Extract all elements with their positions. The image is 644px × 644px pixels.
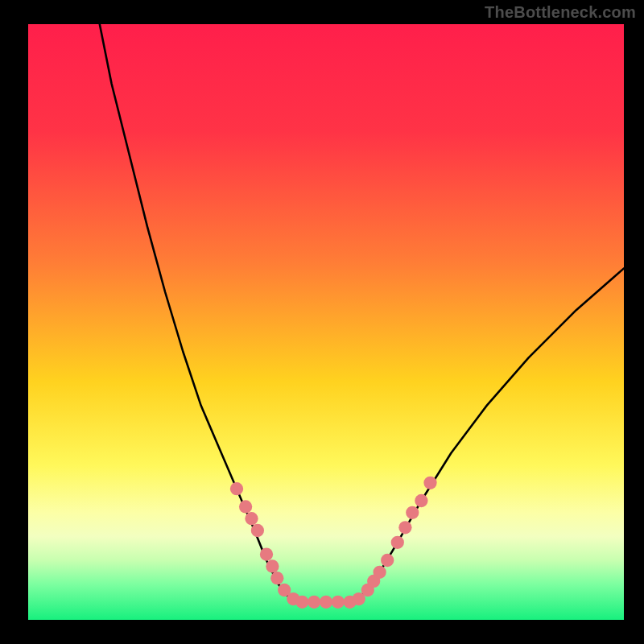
watermark: TheBottleneck.com bbox=[485, 3, 636, 22]
plot-svg bbox=[28, 24, 624, 620]
data-marker bbox=[391, 536, 404, 549]
chart-frame: TheBottleneck.com bbox=[0, 0, 644, 644]
data-marker bbox=[320, 596, 332, 609]
data-marker bbox=[245, 512, 258, 525]
data-marker bbox=[415, 494, 427, 507]
data-marker bbox=[423, 477, 436, 489]
data-marker bbox=[230, 482, 243, 495]
data-marker bbox=[381, 554, 394, 567]
data-marker bbox=[308, 596, 320, 609]
data-marker bbox=[270, 572, 283, 584]
gradient-background bbox=[28, 24, 624, 620]
data-marker bbox=[251, 524, 264, 537]
data-marker bbox=[295, 596, 308, 609]
data-marker bbox=[260, 547, 273, 560]
data-marker bbox=[406, 506, 419, 519]
data-marker bbox=[239, 500, 252, 513]
plot-area bbox=[28, 24, 624, 620]
data-marker bbox=[373, 566, 386, 579]
data-marker bbox=[266, 559, 279, 572]
data-marker bbox=[332, 596, 345, 609]
data-marker bbox=[398, 521, 411, 534]
